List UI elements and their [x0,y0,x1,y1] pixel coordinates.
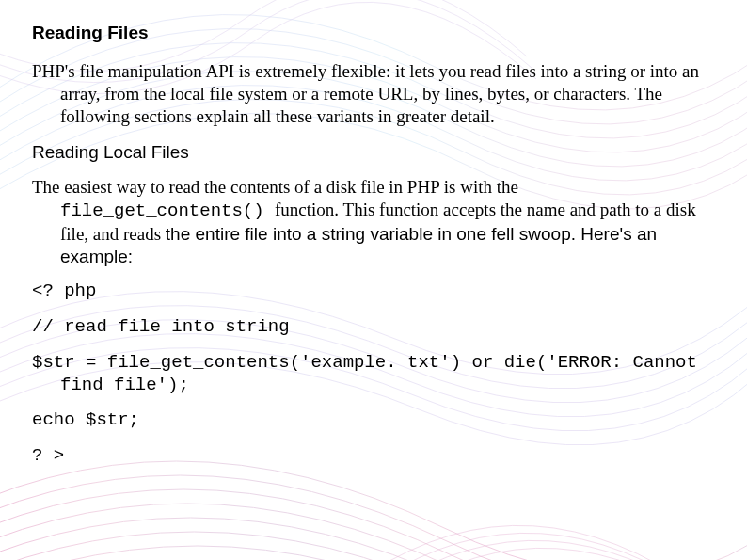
code-line: // read file into string [32,316,715,339]
description-paragraph: The easiest way to read the contents of … [32,176,715,267]
code-line: ? > [32,445,715,468]
intro-paragraph: PHP's file manipulation API is extremely… [32,60,715,127]
code-line: $str = file_get_contents('example. txt')… [32,352,715,397]
inline-code: file_get_contents() [60,200,275,221]
page-title: Reading Files [32,23,715,43]
code-line: <? php [32,280,715,303]
text-fragment: The easiest way to read the contents of … [32,177,518,197]
code-line: echo $str; [32,409,715,432]
section-heading: Reading Local Files [32,142,715,163]
slide-content: Reading Files PHP's file manipulation AP… [0,0,747,500]
